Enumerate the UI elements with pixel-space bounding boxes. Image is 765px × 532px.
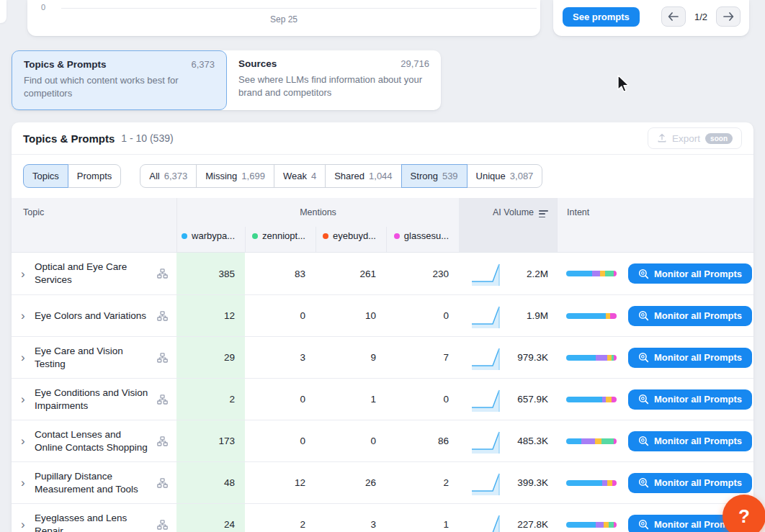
intent-distribution-bar[interactable]: [566, 355, 617, 361]
topic-link[interactable]: Eye Colors and Variations: [35, 310, 151, 323]
expand-chevron-icon[interactable]: ›: [21, 393, 30, 405]
column-header-competitor-4[interactable]: glassesu...: [386, 227, 459, 252]
next-page-button[interactable]: [716, 6, 741, 27]
mention-cell-1: 385: [176, 253, 245, 294]
panel-range: 1 - 10 (539): [121, 132, 173, 144]
topic-cell: › Eyeglasses and Lens Repair: [12, 504, 176, 532]
filter-strong[interactable]: Strong539: [401, 164, 468, 188]
filter-shared[interactable]: Shared1,044: [325, 164, 401, 188]
prompts-pager-card: See prompts 1/2: [553, 0, 749, 36]
expand-chevron-icon[interactable]: ›: [21, 435, 30, 447]
topic-link[interactable]: Pupillary Distance Measurement and Tools: [35, 470, 151, 496]
filter-weak[interactable]: Weak4: [274, 164, 326, 188]
export-button[interactable]: Export soon: [648, 127, 742, 149]
tab-card-topics-prompts[interactable]: Topics & Prompts 6,373 Find out which co…: [12, 50, 227, 110]
monitor-button-label: Monitor all Prompts: [654, 436, 742, 446]
table-header: Topic Mentions warbypa... zenniopt... ey…: [12, 198, 753, 253]
competitor-dot: [182, 233, 187, 239]
monitor-all-prompts-button[interactable]: Monitor all Prompts: [628, 348, 752, 368]
filter-unique[interactable]: Unique3,087: [467, 164, 543, 188]
competitor-dot: [323, 233, 328, 239]
monitor-all-prompts-button[interactable]: Monitor all Prompts: [628, 306, 752, 326]
competitor-dot: [394, 233, 400, 239]
intent-cell: Monitor all Prompts: [557, 431, 753, 451]
monitor-button-label: Monitor all Prompts: [654, 394, 742, 405]
subtopics-tree-icon[interactable]: [157, 269, 168, 279]
panel-header: Topics & Prompts 1 - 10 (539) Export soo…: [12, 122, 753, 154]
column-header-competitor-1[interactable]: warbypa...: [176, 227, 245, 252]
subtopics-tree-icon[interactable]: [157, 395, 168, 405]
mention-cell-3: 26: [316, 462, 386, 503]
expand-chevron-icon[interactable]: ›: [21, 477, 30, 489]
upload-icon: [657, 133, 667, 143]
table-row: › Optical and Eye Care Services 385 83 2…: [12, 253, 753, 294]
topic-link[interactable]: Eyeglasses and Lens Repair: [35, 512, 151, 532]
subtopics-tree-icon[interactable]: [157, 436, 168, 446]
topic-link[interactable]: Eye Care and Vision Testing: [35, 345, 151, 371]
sort-descending-icon: [539, 207, 548, 217]
intent-distribution-bar[interactable]: [566, 313, 617, 319]
expand-chevron-icon[interactable]: ›: [21, 310, 30, 322]
intent-distribution-bar[interactable]: [566, 480, 617, 486]
competitor-dot: [252, 233, 258, 239]
mention-cell-4: 2: [386, 462, 459, 503]
subtopics-tree-icon[interactable]: [157, 353, 168, 363]
mention-cell-1: 2: [176, 379, 245, 420]
filters-row: Topics Prompts All6,373 Missing1,699 Wea…: [12, 155, 753, 198]
mention-cell-1: 29: [176, 337, 245, 378]
topic-cell: › Optical and Eye Care Services: [12, 253, 176, 294]
mention-cell-1: 12: [176, 295, 245, 336]
chart-baseline: [61, 8, 537, 9]
subtopics-tree-icon[interactable]: [157, 478, 168, 488]
expand-chevron-icon[interactable]: ›: [21, 518, 30, 531]
topic-link[interactable]: Contact Lenses and Online Contacts Shopp…: [35, 428, 151, 454]
toggle-prompts[interactable]: Prompts: [68, 164, 121, 188]
intent-distribution-bar[interactable]: [566, 438, 617, 444]
view-toggle: Topics Prompts: [23, 164, 121, 188]
expand-chevron-icon[interactable]: ›: [21, 351, 30, 364]
ai-volume-value: 227.8K: [517, 519, 548, 530]
ai-volume-cell: 2.2M: [459, 253, 557, 294]
toggle-topics[interactable]: Topics: [23, 164, 68, 188]
topic-link[interactable]: Eye Conditions and Vision Impairments: [35, 387, 151, 412]
monitor-all-prompts-button[interactable]: Monitor all Prompts: [628, 473, 752, 493]
subtopics-tree-icon[interactable]: [157, 311, 168, 321]
mention-cell-3: 261: [316, 253, 386, 294]
column-header-competitor-3[interactable]: eyebuyd...: [316, 227, 386, 252]
intent-cell: Monitor all Prompts: [557, 348, 753, 368]
filter-missing[interactable]: Missing1,699: [196, 164, 274, 188]
column-header-competitor-2[interactable]: zenniopt...: [245, 227, 316, 252]
mention-cell-1: 24: [176, 504, 245, 532]
monitor-all-prompts-button[interactable]: Monitor all Prompts: [628, 263, 752, 284]
see-prompts-button[interactable]: See prompts: [563, 7, 640, 27]
intent-distribution-bar[interactable]: [566, 522, 617, 528]
volume-sparkline: [471, 303, 504, 329]
mention-cell-4: 1: [386, 504, 459, 532]
tab-card-title: Sources: [238, 58, 277, 69]
subtopics-tree-icon[interactable]: [157, 520, 168, 530]
table-body: › Optical and Eye Care Services 385 83 2…: [12, 253, 753, 532]
intent-cell: Monitor all Prompts: [557, 306, 753, 326]
monitor-button-label: Monitor all Prompts: [654, 310, 742, 321]
column-header-ai-volume[interactable]: AI Volume: [459, 198, 557, 252]
mention-cell-3: 3: [316, 504, 386, 532]
pagination: 1/2: [661, 6, 741, 27]
help-button[interactable]: ?: [722, 495, 765, 532]
ai-volume-cell: 657.9K: [459, 379, 557, 420]
tab-card-sources[interactable]: Sources 29,716 See where LLMs find infor…: [227, 50, 441, 110]
prev-page-button[interactable]: [661, 6, 686, 27]
intent-distribution-bar[interactable]: [566, 397, 617, 402]
filter-all[interactable]: All6,373: [140, 164, 197, 188]
topic-cell: › Eye Colors and Variations: [12, 295, 176, 336]
trend-chart-card: 0 Sep 25: [27, 0, 540, 36]
mention-cell-2: 83: [245, 253, 316, 294]
topic-cell: › Pupillary Distance Measurement and Too…: [12, 462, 176, 503]
monitor-all-prompts-button[interactable]: Monitor all Prompts: [628, 431, 752, 451]
monitor-all-prompts-button[interactable]: Monitor all Prompts: [628, 389, 752, 410]
expand-chevron-icon[interactable]: ›: [21, 268, 30, 280]
magnifier-icon: [638, 269, 649, 279]
table-row: › Eye Care and Vision Testing 29 3 9 7 9…: [12, 336, 753, 378]
intent-distribution-bar[interactable]: [566, 271, 617, 276]
topic-link[interactable]: Optical and Eye Care Services: [35, 261, 151, 287]
mention-cell-2: 0: [245, 379, 316, 420]
